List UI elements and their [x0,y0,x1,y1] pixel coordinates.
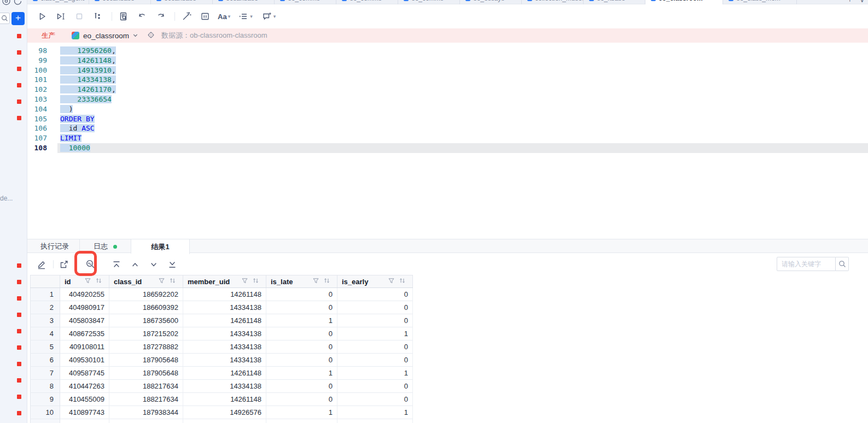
table-row[interactable]: 44086725351872152021433413801 [30,327,413,340]
table-row[interactable]: 24049809171866093921433413800 [30,301,413,314]
table-cell[interactable]: 14261148 [183,393,266,406]
table-cell[interactable]: 0 [337,340,413,354]
table-cell[interactable]: 409108011 [60,340,109,354]
tab-class_ai_agent[interactable]: class_ai_agent [27,0,89,4]
code-line-98[interactable]: 98 12956260, [27,46,868,56]
table-cell[interactable]: 14261148 [183,367,266,380]
table-cell[interactable]: 14334138 [183,380,266,393]
table-cell[interactable]: 0 [266,327,337,340]
table-cell[interactable]: 408672535 [60,327,109,340]
filter-funnel-icon[interactable] [84,277,91,286]
table-cell[interactable]: 0 [266,301,337,314]
table-cell[interactable]: 0 [266,340,337,354]
table-row[interactable]: 64095301011879056481433413800 [30,354,413,367]
table-cell[interactable]: 0 [266,288,337,301]
sort-icon[interactable] [95,277,102,286]
table-cell[interactable]: 14261148 [183,314,266,327]
table-cell[interactable]: 405803847 [60,314,109,327]
table-cell[interactable]: 410447263 [60,380,109,393]
sort-icon[interactable] [323,277,330,286]
code-line-105[interactable]: 105ORDER BY [27,114,868,124]
comment-add-icon[interactable]: ▾ [258,8,279,25]
bottom-tab-1[interactable]: 执行记录 [30,239,80,254]
tab-eo_kbase[interactable]: eo_kbase [584,0,645,4]
tab-oceanbase[interactable]: oceanbase [213,0,275,4]
sort-icon[interactable] [252,277,259,286]
code-line-106[interactable]: 106 id ASC [27,124,868,133]
table-cell[interactable]: 0 [266,380,337,393]
table-cell[interactable]: 0 [266,393,337,406]
tab-oceanbase[interactable]: oceanbase [151,0,213,4]
table-cell[interactable]: 410455009 [60,393,109,406]
table-row[interactable]: 74095877451879056481426114811 [30,367,413,380]
table-row[interactable]: 94104550091882176341426114800 [30,393,413,406]
table-row[interactable]: 14049202551865922021426114800 [30,288,413,301]
case-format-icon[interactable]: Aa ▾ [215,8,232,25]
tab-eo_essays[interactable]: eo_essays [460,0,522,4]
table-cell[interactable]: 1 [337,367,413,380]
tab-overflow-chevron-icon[interactable]: ∨ [859,0,865,4]
locate-datasource-icon[interactable] [147,31,155,40]
rail-search-box[interactable] [0,13,10,24]
table-cell[interactable]: 0 [266,354,337,367]
panel-layout-icon[interactable] [197,8,213,25]
undo-icon[interactable] [134,8,150,25]
table-cell[interactable]: 0 [337,314,413,327]
tab-eo_comms[interactable]: eo_comms [275,0,336,4]
table-cell[interactable]: 187905648 [109,367,183,380]
jump-to-last-icon[interactable] [165,257,180,272]
code-line-108[interactable]: 108 10000 [27,143,868,153]
chevron-down-icon[interactable] [132,32,138,40]
sql-editor[interactable]: 98 12956260,99 14261148,100 14913910,101… [27,43,868,239]
table-cell[interactable]: 409587745 [60,367,109,380]
table-cell[interactable]: 410897743 [60,406,109,419]
run-icon[interactable] [34,8,50,25]
format-wand-icon[interactable] [178,8,195,25]
tab-collection_museum[interactable]: collection_museum [522,0,584,4]
table-cell[interactable]: 14926576 [183,406,266,419]
table-row[interactable]: 54091080111872788821433413800 [30,340,413,354]
next-page-icon[interactable] [146,257,161,272]
table-cell[interactable]: 1 [337,327,413,340]
filter-funnel-icon[interactable] [312,277,319,286]
table-row[interactable]: 34058038471867356001426114810 [30,314,413,327]
add-tab-icon[interactable]: + [848,0,852,4]
table-cell[interactable]: 14334138 [183,354,266,367]
filter-funnel-icon[interactable] [158,277,165,286]
table-row[interactable]: 104108977431879383441492657611 [30,406,413,419]
bottom-tab-2[interactable]: 日志 [80,239,131,254]
tab-eo_comms[interactable]: eo_comms [336,0,398,4]
export-icon[interactable] [56,257,72,272]
table-cell[interactable]: 404980917 [60,301,109,314]
table-cell[interactable]: 186609392 [109,301,183,314]
filter-funnel-icon[interactable] [388,277,395,286]
redo-icon[interactable] [153,8,169,25]
table-cell[interactable]: 404920255 [60,288,109,301]
code-line-99[interactable]: 99 14261148, [27,56,868,66]
code-line-101[interactable]: 101 14334138, [27,75,868,85]
table-cell[interactable]: 14334138 [183,340,266,354]
rail-add-button[interactable]: + [11,12,25,25]
code-line-100[interactable]: 100 14913910, [27,66,868,75]
table-cell[interactable]: 0 [337,393,413,406]
sql-check-icon[interactable] [115,8,132,25]
table-cell[interactable]: 187215202 [109,327,183,340]
tab-eo_comms[interactable]: eo_comms [398,0,460,4]
table-cell[interactable]: 0 [337,354,413,367]
jump-to-first-icon[interactable] [109,257,124,272]
previous-page-icon[interactable] [127,257,143,272]
table-cell[interactable]: 186735600 [109,314,183,327]
table-cell[interactable]: 14334138 [183,301,266,314]
explain-plan-icon[interactable] [90,8,106,25]
sort-icon[interactable] [169,277,176,286]
keyword-search-input[interactable] [777,257,836,271]
table-cell[interactable]: 1 [266,406,337,419]
table-cell[interactable]: 14334138 [183,327,266,340]
data-preview-search-icon[interactable] [83,257,98,272]
code-line-102[interactable]: 102 14261170, [27,85,868,95]
run-selection-icon[interactable] [53,8,69,25]
table-cell[interactable]: 186592202 [109,288,183,301]
table-cell[interactable]: 14261148 [183,288,266,301]
code-line-107[interactable]: 107LIMIT [27,133,868,143]
edit-row-icon[interactable] [34,257,49,272]
